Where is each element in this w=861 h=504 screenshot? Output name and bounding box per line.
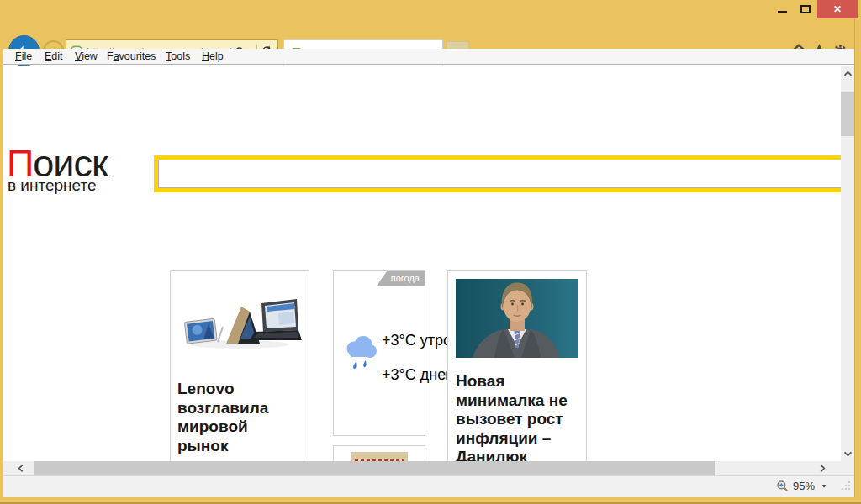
article-card-lenovo[interactable]: Lenovo возглавила мировой рынок компьюте…: [170, 270, 309, 461]
weather-card[interactable]: погода +3°C утром +3°C днем: [333, 270, 425, 436]
scroll-down-button[interactable]: [841, 446, 854, 461]
menu-tools[interactable]: Tools: [166, 50, 190, 62]
minimize-icon: [778, 11, 787, 13]
chevron-up-icon: [843, 71, 853, 76]
menu-view[interactable]: View: [75, 50, 98, 62]
zoom-dropdown-icon[interactable]: ▾: [822, 483, 826, 490]
menu-bar: File Edit View Favourites Tools Help: [0, 49, 861, 65]
horizontal-scroll-thumb[interactable]: [34, 461, 715, 475]
window-border-bottom: [0, 497, 861, 504]
browser-window: ✕ p http://gametoppage.org/news/ ▾ p Ста…: [0, 0, 861, 504]
window-border-right: [854, 18, 861, 504]
horizontal-scrollbar[interactable]: [3, 461, 841, 475]
site-logo-tagline: в интернете: [8, 176, 97, 195]
status-bar: 95% ▾: [3, 475, 854, 497]
lenovo-laptops-image: [177, 278, 302, 372]
scroll-right-button[interactable]: [811, 461, 834, 475]
rain-cloud-icon: [342, 330, 381, 379]
partial-card[interactable]: [333, 445, 425, 461]
close-button[interactable]: ✕: [817, 0, 858, 18]
title-bar: ✕: [0, 0, 861, 18]
scrollbar-corner: [841, 461, 854, 475]
menu-help[interactable]: Help: [202, 50, 224, 62]
scroll-left-button[interactable]: [8, 461, 32, 475]
chevron-down-icon: [843, 451, 853, 457]
zoom-level: 95%: [793, 480, 815, 492]
weather-badge: погода: [377, 271, 425, 286]
zoom-control[interactable]: 95% ▾: [776, 480, 826, 492]
menu-favourites[interactable]: Favourites: [107, 50, 156, 62]
search-input[interactable]: [160, 161, 841, 186]
danilyuk-photo: [456, 279, 578, 358]
weather-afternoon: +3°C днем: [382, 366, 457, 384]
partial-card-image: [351, 452, 408, 461]
vertical-scrollbar[interactable]: [841, 66, 854, 461]
maximize-button[interactable]: [794, 0, 817, 18]
article-title[interactable]: Lenovo возглавила мировой рынок компьюте…: [177, 380, 302, 461]
zoom-magnifier-icon: [776, 480, 789, 492]
vertical-scroll-thumb[interactable]: [841, 92, 854, 136]
menu-edit[interactable]: Edit: [45, 50, 63, 62]
article-title[interactable]: Новая минималка не вызовет рост инфляции…: [456, 372, 578, 461]
window-border-left: [0, 18, 3, 504]
page-viewport: Поиск в интернете: [3, 66, 841, 461]
resize-grip[interactable]: [841, 479, 851, 494]
chevron-right-icon: [820, 464, 826, 473]
maximize-icon: [800, 5, 811, 13]
search-box: [154, 155, 841, 192]
scroll-up-button[interactable]: [841, 66, 854, 81]
menu-file[interactable]: File: [15, 50, 32, 62]
article-card-news[interactable]: Новая минималка не вызовет рост инфляции…: [447, 270, 587, 461]
minimize-button[interactable]: [770, 0, 794, 18]
chevron-left-icon: [18, 464, 24, 473]
